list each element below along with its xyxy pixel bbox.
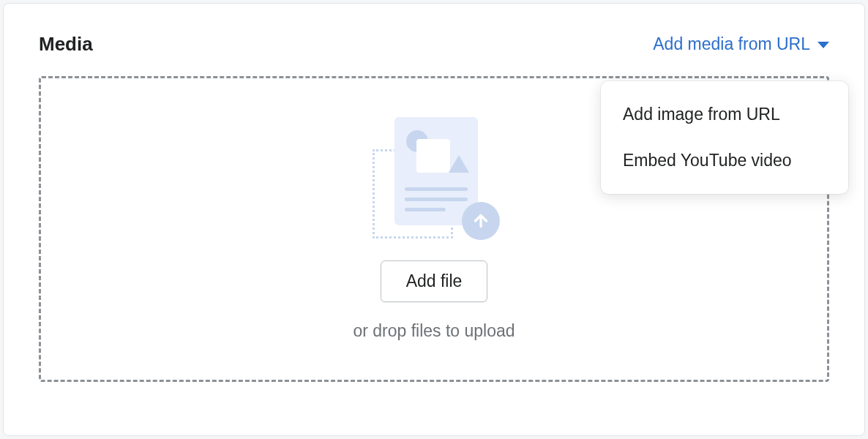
add-media-from-url-button[interactable]: Add media from URL	[653, 34, 829, 54]
add-media-from-url-label: Add media from URL	[653, 34, 810, 54]
dropdown-item-embed-youtube-video[interactable]: Embed YouTube video	[601, 138, 848, 184]
upload-arrow-icon	[462, 202, 500, 240]
card-header: Media Add media from URL	[39, 33, 829, 56]
upload-illustration-icon	[368, 117, 500, 241]
dropdown-item-add-image-from-url[interactable]: Add image from URL	[601, 91, 848, 138]
caret-down-icon	[818, 42, 829, 48]
add-file-button[interactable]: Add file	[381, 260, 488, 302]
card-title: Media	[39, 33, 93, 56]
add-media-dropdown-menu: Add image from URL Embed YouTube video	[601, 81, 848, 194]
media-card: Media Add media from URL Add file or dro…	[3, 3, 865, 436]
drop-files-hint: or drop files to upload	[353, 321, 515, 341]
